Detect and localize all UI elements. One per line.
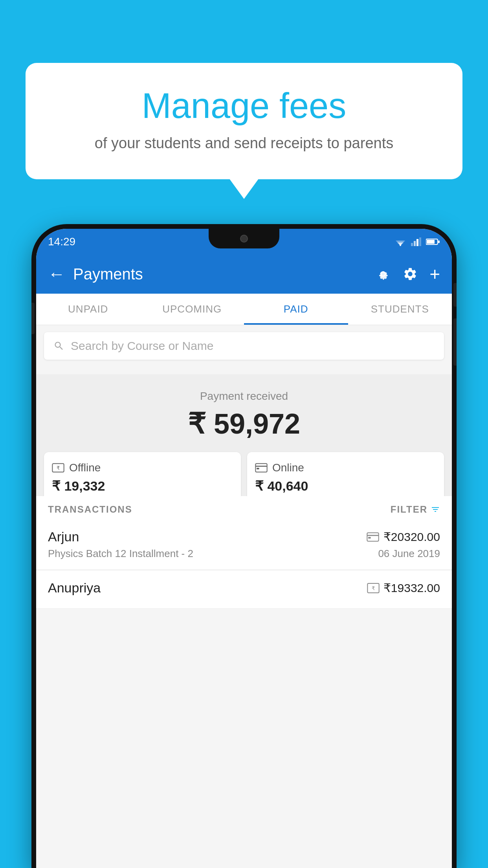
online-amount: ₹ 40,640 xyxy=(255,478,436,494)
speech-bubble-subtitle: of your students and send receipts to pa… xyxy=(45,135,443,152)
payment-received-label: Payment received xyxy=(44,390,444,403)
transaction-row-top-2: Anupriya ₹ ₹19332.00 xyxy=(48,580,440,596)
payment-total-amount: ₹ 59,972 xyxy=(44,407,444,440)
transaction-date-arjun: 06 June 2019 xyxy=(378,548,440,560)
svg-text:₹: ₹ xyxy=(372,585,375,591)
transactions-label: TRANSACTIONS xyxy=(48,504,132,515)
status-time: 14:29 xyxy=(48,235,75,248)
transaction-name-anupriya: Anupriya xyxy=(48,580,101,596)
tab-unpaid[interactable]: UNPAID xyxy=(36,294,140,325)
transaction-row-anupriya[interactable]: Anupriya ₹ ₹19332.00 xyxy=(36,571,452,609)
header-actions: + xyxy=(375,263,440,285)
svg-rect-4 xyxy=(411,243,413,246)
settings-gear-icon[interactable] xyxy=(403,267,418,281)
offline-label: Offline xyxy=(69,462,101,474)
transaction-row-arjun[interactable]: Arjun ₹20320.00 Physics Batch 12 Install… xyxy=(36,520,452,570)
transaction-row-top: Arjun ₹20320.00 xyxy=(48,529,440,544)
filter-button[interactable]: FILTER xyxy=(391,504,440,515)
search-placeholder: Search by Course or Name xyxy=(71,339,214,353)
card-payment-icon xyxy=(366,532,380,542)
svg-rect-9 xyxy=(438,241,440,243)
credit-card-icon xyxy=(255,463,268,473)
side-btn-left xyxy=(31,303,35,334)
payment-summary: Payment received ₹ 59,972 ₹ Offline xyxy=(36,374,452,515)
phone-screen: 14:29 xyxy=(36,229,452,868)
transaction-amount-arjun: ₹20320.00 xyxy=(366,530,440,544)
transaction-amount-anupriya: ₹ ₹19332.00 xyxy=(367,581,440,595)
header-title: Payments xyxy=(73,265,367,283)
speech-bubble-title: Manage fees xyxy=(45,86,443,125)
search-box[interactable]: Search by Course or Name xyxy=(44,332,444,360)
signal-icon xyxy=(411,237,421,246)
battery-icon xyxy=(426,238,440,245)
speech-bubble: Manage fees of your students and send re… xyxy=(26,63,462,179)
tabs-bar: UNPAID UPCOMING PAID STUDENTS xyxy=(36,294,452,325)
back-button[interactable]: ← xyxy=(48,264,65,284)
offline-card-header: ₹ Offline xyxy=(52,462,233,474)
transactions-header: TRANSACTIONS FILTER xyxy=(36,496,452,523)
svg-rect-18 xyxy=(368,537,371,539)
cash-payment-icon: ₹ xyxy=(367,583,380,594)
add-button[interactable]: + xyxy=(429,263,440,285)
tab-paid[interactable]: PAID xyxy=(244,294,348,325)
svg-text:₹: ₹ xyxy=(57,465,60,471)
tab-students[interactable]: STUDENTS xyxy=(348,294,452,325)
background: Manage fees of your students and send re… xyxy=(0,0,488,868)
offline-card: ₹ Offline ₹ 19,332 xyxy=(44,452,241,503)
transaction-name-arjun: Arjun xyxy=(48,529,79,544)
filter-label: FILTER xyxy=(391,504,427,515)
filter-icon xyxy=(431,505,440,514)
cash-icon: ₹ xyxy=(52,462,64,473)
app-header: ← Payments + xyxy=(36,254,452,294)
tab-upcoming[interactable]: UPCOMING xyxy=(140,294,244,325)
online-card-header: Online xyxy=(255,462,436,474)
transaction-row-bottom: Physics Batch 12 Installment - 2 06 June… xyxy=(48,548,440,560)
svg-rect-5 xyxy=(414,241,416,246)
settings-icon[interactable] xyxy=(375,266,391,282)
svg-rect-6 xyxy=(416,239,418,246)
payment-cards: ₹ Offline ₹ 19,332 xyxy=(44,452,444,503)
side-btn-right-bottom xyxy=(453,318,457,366)
svg-rect-15 xyxy=(257,468,259,469)
online-label: Online xyxy=(272,462,304,474)
svg-rect-7 xyxy=(419,237,421,246)
online-card: Online ₹ 40,640 xyxy=(247,452,444,503)
camera xyxy=(240,235,248,243)
offline-amount: ₹ 19,332 xyxy=(52,478,233,494)
phone-notch xyxy=(209,229,279,248)
svg-rect-10 xyxy=(427,240,435,244)
search-icon xyxy=(53,340,64,351)
wifi-icon xyxy=(394,237,406,246)
transaction-course-arjun: Physics Batch 12 Installment - 2 xyxy=(48,548,193,560)
svg-point-3 xyxy=(400,245,401,246)
status-icons xyxy=(394,237,440,246)
side-btn-right-top xyxy=(453,283,457,307)
search-container: Search by Course or Name xyxy=(36,325,452,367)
phone-frame: 14:29 xyxy=(31,224,457,868)
